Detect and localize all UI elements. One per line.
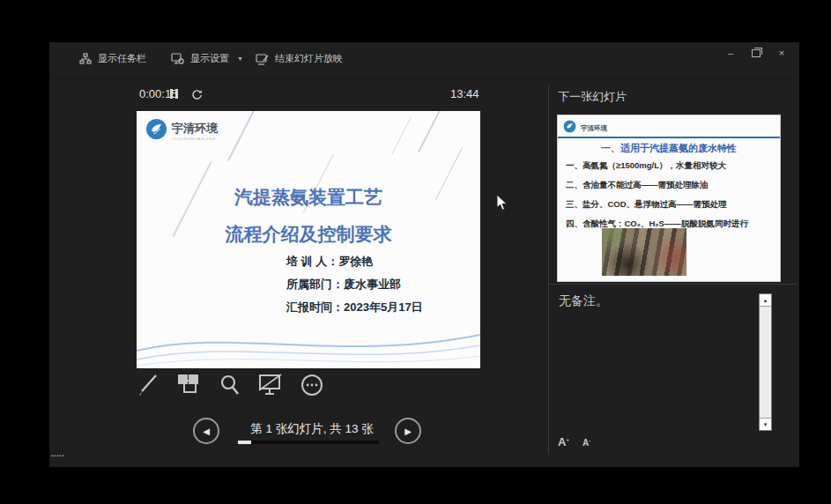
pen-icon	[135, 373, 160, 401]
minus-mark: -	[589, 438, 590, 443]
presenter-toolbar: 显示任务栏 显示设置 ▼ 结束幻灯片放映 – ×	[49, 42, 799, 80]
pause-button[interactable]	[170, 89, 178, 99]
scroll-up-icon[interactable]: ▲	[760, 294, 771, 307]
decor-line	[391, 116, 412, 154]
chevron-down-icon: ▼	[237, 56, 243, 62]
all-slides-button[interactable]	[175, 374, 202, 400]
decrease-font-button[interactable]: A-	[582, 438, 590, 448]
close-button[interactable]: ×	[775, 46, 789, 60]
mouse-cursor	[496, 194, 508, 215]
progress-indicator	[238, 441, 251, 444]
end-slideshow-label: 结束幻灯片放映	[275, 52, 343, 65]
display-settings-button[interactable]: 显示设置 ▼	[171, 52, 243, 65]
next-slide-header: 下一张幻灯片	[558, 89, 627, 105]
end-slideshow-button[interactable]: 结束幻灯片放映	[256, 52, 343, 65]
next-slide-title: 一、适用于汽提蒸氨的废水特性	[558, 142, 780, 155]
previous-slide-button[interactable]: ◀	[193, 418, 219, 444]
bullet-line: 一、高氨氮（≥1500mg/L），水量相对较大	[566, 156, 748, 175]
taskbar-icon	[79, 53, 92, 64]
logo-name: 宇清环境	[581, 124, 607, 133]
arrow-right-icon: ▶	[404, 426, 412, 436]
logo-name: 宇清环境	[172, 121, 218, 137]
slides-grid-icon	[176, 373, 201, 401]
logo-icon	[145, 118, 167, 144]
bullet-line: 三、盐分、COD、悬浮物过高——需预处理	[566, 195, 748, 214]
slide-photo	[602, 228, 686, 276]
next-slide-preview: 宇清环境 一、适用于汽提蒸氨的废水特性 一、高氨氮（≥1500mg/L），水量相…	[557, 115, 781, 282]
bullet-line: 二、含油量不能过高——需预处理除油	[566, 175, 748, 195]
notes-divider	[548, 284, 798, 285]
pen-tool-button[interactable]	[134, 374, 160, 400]
decor-line	[418, 111, 442, 152]
next-slide-bullets: 一、高氨氮（≥1500mg/L），水量相对较大 二、含油量不能过高——需预处理除…	[566, 156, 748, 233]
pause-icon	[170, 89, 173, 99]
screen-background: 显示任务栏 显示设置 ▼ 结束幻灯片放映 – ×	[0, 0, 831, 504]
logo-subtext: YUQINGHUANJING	[172, 137, 218, 141]
plus-mark: +	[566, 437, 569, 442]
display-settings-icon	[171, 53, 184, 65]
watermark-text: •••••	[51, 453, 65, 458]
slide-title-line2: 流程介绍及控制要求	[137, 222, 480, 247]
decor-waves	[137, 315, 480, 368]
black-screen-button[interactable]	[257, 374, 284, 400]
decor-line	[227, 111, 256, 161]
restore-button[interactable]	[749, 46, 763, 60]
show-taskbar-label: 显示任务栏	[98, 52, 146, 65]
company-logo: 宇清环境 YUQINGHUANJING	[145, 118, 218, 144]
end-slideshow-icon	[256, 53, 269, 65]
main-slide[interactable]: 宇清环境 YUQINGHUANJING 汽提蒸氨装置工艺 流程介绍及控制要求 培…	[137, 111, 480, 368]
minimize-button[interactable]: –	[723, 46, 738, 60]
display-settings-label: 显示设置	[190, 52, 229, 65]
screen-slash-icon	[257, 373, 284, 401]
info-line-department: 所属部门：废水事业部	[286, 273, 423, 296]
notes-scrollbar[interactable]: ▲ ▼	[759, 293, 772, 431]
notes-text: 无备注。	[559, 293, 608, 309]
slide-info-block: 培 训 人：罗徐艳 所属部门：废水事业部 汇报时间：2023年5月17日	[286, 250, 423, 319]
presenter-window: 显示任务栏 显示设置 ▼ 结束幻灯片放映 – ×	[49, 42, 799, 467]
ellipsis-icon	[300, 373, 324, 401]
arrow-left-icon: ◀	[203, 426, 210, 436]
show-taskbar-button[interactable]: 显示任务栏	[79, 52, 146, 65]
increase-font-button[interactable]: A+	[558, 435, 569, 448]
panel-divider	[548, 85, 549, 455]
window-controls: – ×	[723, 46, 789, 60]
replay-icon	[191, 88, 203, 103]
header-accent-line	[558, 137, 780, 138]
magnifier-icon	[218, 373, 242, 401]
slideshow-progress-bar	[238, 441, 379, 444]
restart-timer-button[interactable]	[191, 88, 203, 104]
company-logo-small: 宇清环境	[563, 120, 607, 137]
next-slide-button[interactable]: ▶	[395, 418, 421, 444]
slide-position-text: 第 1 张幻灯片, 共 13 张	[233, 421, 391, 437]
restore-icon	[752, 49, 761, 57]
logo-icon	[563, 120, 576, 137]
slide-title-line1: 汽提蒸氨装置工艺	[137, 185, 480, 210]
scroll-down-icon[interactable]: ▼	[760, 418, 771, 430]
info-line-trainer: 培 训 人：罗徐艳	[286, 250, 423, 273]
more-options-button[interactable]	[299, 374, 325, 400]
clock: 13:44	[450, 87, 479, 100]
zoom-tool-button[interactable]	[217, 374, 243, 400]
